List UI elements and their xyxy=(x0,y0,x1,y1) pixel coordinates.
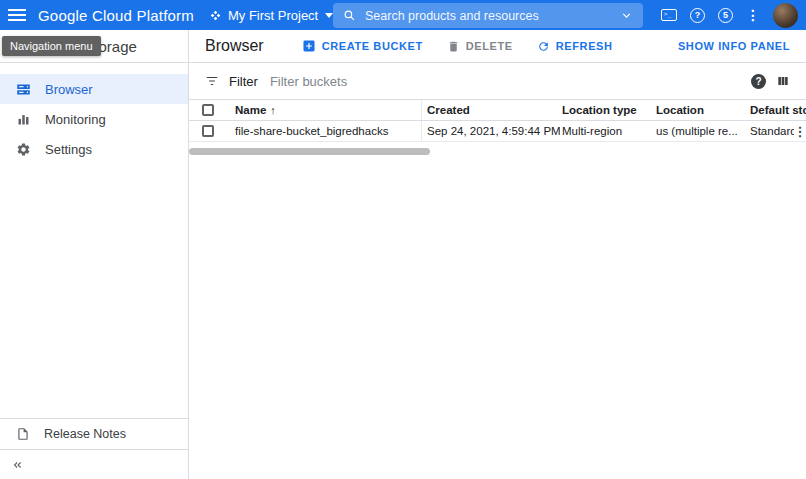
more-vertical-icon: ⋮ xyxy=(794,124,806,139)
sidebar-item-settings[interactable]: Settings xyxy=(0,134,188,164)
cell-location: us (multiple re... xyxy=(648,121,742,141)
filter-row: Filter ? xyxy=(189,63,806,99)
notifications-button[interactable]: 5 xyxy=(718,8,733,23)
sidebar-item-label: Settings xyxy=(45,142,92,157)
trash-icon xyxy=(447,40,460,53)
release-notes-label: Release Notes xyxy=(44,427,126,441)
bucket-name-link[interactable]: file-share-bucket_bigredhacks xyxy=(229,121,422,141)
horizontal-scrollbar[interactable] xyxy=(189,148,430,155)
project-selector[interactable]: My First Project xyxy=(210,8,333,23)
table-row: file-share-bucket_bigredhacks Sep 24, 20… xyxy=(189,121,806,142)
delete-label: DELETE xyxy=(466,40,513,52)
columns-icon xyxy=(776,74,790,88)
column-header-default-storage: Default sto xyxy=(742,100,806,120)
row-actions-button[interactable]: ⋮ xyxy=(794,124,806,139)
refresh-label: REFRESH xyxy=(556,40,613,52)
chart-icon xyxy=(16,112,31,127)
column-header-location-type: Location type xyxy=(560,100,648,120)
hamburger-icon xyxy=(8,9,26,11)
sidebar-nav: Browser Monitoring Settings xyxy=(0,63,188,418)
table-header: Name ↑ Created Location type Location De… xyxy=(189,99,806,121)
sidebar-item-release-notes[interactable]: Release Notes xyxy=(0,418,188,449)
topbar: Google Cloud Platform My First Project >… xyxy=(0,0,806,30)
brand-title[interactable]: Google Cloud Platform xyxy=(38,7,194,24)
show-info-panel-button[interactable]: SHOW INFO PANEL xyxy=(678,40,790,52)
refresh-icon xyxy=(537,40,550,53)
search-icon xyxy=(343,9,356,22)
cloud-shell-icon: >_ xyxy=(661,9,677,21)
cell-created: Sep 24, 2021, 4:59:44 PM xyxy=(422,121,560,141)
page-title: Browser xyxy=(205,37,264,55)
cell-default-storage: Standard xyxy=(742,121,794,141)
bucket-icon xyxy=(16,82,31,97)
column-header-name[interactable]: Name ↑ xyxy=(229,100,422,120)
filter-help-button[interactable]: ? xyxy=(751,74,766,89)
cell-location-type: Multi-region xyxy=(560,121,648,141)
help-button[interactable]: ? xyxy=(690,8,705,23)
project-name: My First Project xyxy=(228,8,318,23)
double-chevron-left-icon xyxy=(10,458,24,472)
project-icon xyxy=(210,10,221,21)
search-options-chevron[interactable] xyxy=(620,9,633,22)
refresh-button[interactable]: REFRESH xyxy=(537,40,613,53)
help-icon: ? xyxy=(690,8,705,23)
add-box-icon xyxy=(302,39,316,53)
sidebar-item-label: Browser xyxy=(45,82,93,97)
filter-icon xyxy=(205,74,219,88)
column-options-button[interactable] xyxy=(776,74,790,88)
navigation-menu-tooltip: Navigation menu xyxy=(2,36,101,56)
more-vertical-icon: ⋮ xyxy=(746,7,760,23)
gear-icon xyxy=(16,142,31,157)
hamburger-menu-button[interactable] xyxy=(0,0,34,30)
sort-ascending-icon: ↑ xyxy=(270,104,276,116)
main-content: Browser CREATE BUCKET DELETE REFRESH SHO… xyxy=(189,30,806,479)
select-all-checkbox[interactable] xyxy=(202,104,214,116)
question-mark-icon: ? xyxy=(755,76,761,87)
sidebar-item-label: Monitoring xyxy=(45,112,106,127)
main-header: Browser CREATE BUCKET DELETE REFRESH SHO… xyxy=(189,30,806,63)
filter-input[interactable] xyxy=(270,74,741,89)
sidebar-item-monitoring[interactable]: Monitoring xyxy=(0,104,188,134)
filter-label: Filter xyxy=(229,74,258,89)
column-header-created: Created xyxy=(422,100,560,120)
document-icon xyxy=(16,427,30,441)
search-input[interactable] xyxy=(365,9,611,23)
sidebar-item-browser[interactable]: Browser xyxy=(0,74,188,104)
column-header-location: Location xyxy=(648,100,742,120)
cloud-shell-button[interactable]: >_ xyxy=(661,9,677,21)
page-body: Cloud Storage Browser Monitoring Setting… xyxy=(0,30,806,479)
search-bar xyxy=(333,3,643,28)
topbar-actions: >_ ? 5 ⋮ xyxy=(661,0,798,30)
sidebar: Cloud Storage Browser Monitoring Setting… xyxy=(0,30,189,479)
notifications-count-badge: 5 xyxy=(718,8,733,23)
show-info-panel-label: SHOW INFO PANEL xyxy=(678,40,790,52)
create-bucket-label: CREATE BUCKET xyxy=(322,40,423,52)
more-options-button[interactable]: ⋮ xyxy=(746,7,760,23)
collapse-sidebar-button[interactable] xyxy=(0,449,188,479)
avatar[interactable] xyxy=(773,3,798,28)
delete-button[interactable]: DELETE xyxy=(447,40,513,53)
create-bucket-button[interactable]: CREATE BUCKET xyxy=(302,39,423,53)
row-checkbox[interactable] xyxy=(202,125,214,137)
